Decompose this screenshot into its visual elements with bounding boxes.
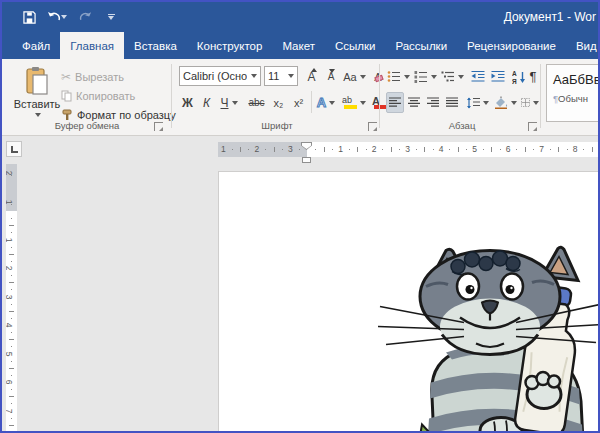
tab-макет[interactable]: Макет: [272, 32, 325, 59]
shading-icon: [494, 96, 508, 109]
cut-icon: ✂: [61, 70, 71, 84]
justify-button[interactable]: [443, 92, 461, 113]
line-spacing-button[interactable]: [464, 92, 490, 113]
vruler-number: 1: [6, 237, 14, 242]
vruler-tick: [11, 318, 12, 319]
customize-qat-icon[interactable]: [100, 7, 122, 27]
underline-button[interactable]: Ч: [217, 92, 241, 113]
text-effects-button[interactable]: A: [314, 92, 338, 113]
tab-вставка[interactable]: Вставка: [124, 32, 187, 59]
cat-image[interactable]: [406, 244, 600, 431]
hruler-tick: [592, 147, 593, 152]
hruler-number: 8: [573, 144, 578, 154]
italic-button[interactable]: К: [198, 92, 215, 113]
tab-ссылки[interactable]: Ссылки: [325, 32, 386, 59]
vruler-tick: [11, 375, 12, 376]
tab-selector-button[interactable]: [6, 141, 22, 157]
hruler-tick: [399, 149, 400, 150]
align-right-button[interactable]: [424, 92, 442, 113]
vruler-tick: [9, 311, 14, 312]
change-case-button[interactable]: Aa: [342, 66, 367, 87]
hruler-tick: [567, 149, 568, 150]
tab-конструктор[interactable]: Конструктор: [187, 32, 273, 59]
undo-dropdown-icon[interactable]: [61, 15, 67, 19]
clipboard-dialog-launcher-icon[interactable]: [154, 122, 163, 131]
ribbon: Вставить ✂ Вырезать Копировать Формат по…: [2, 59, 598, 136]
shading-button[interactable]: [492, 92, 518, 113]
hruler-tick: [416, 149, 417, 150]
paragraph-group-label: Абзац: [417, 120, 507, 131]
hruler-tick: [274, 147, 275, 152]
hruler-tick: [458, 147, 459, 152]
hruler-number: 6: [506, 144, 511, 154]
paste-label: Вставить: [14, 98, 61, 110]
style-normal-card[interactable]: АаБбВв ¶Обычн: [546, 64, 600, 122]
quick-access-toolbar: [2, 7, 122, 27]
vruler-tick: [9, 225, 14, 226]
highlight-color-button[interactable]: ab: [340, 92, 368, 113]
hruler-number: 5: [472, 144, 477, 154]
bullets-button[interactable]: [386, 66, 411, 87]
vruler-tick: [11, 247, 12, 248]
align-left-button[interactable]: [386, 92, 404, 113]
document-page[interactable]: [218, 171, 600, 431]
numbering-button[interactable]: [413, 66, 438, 87]
vertical-ruler[interactable]: 121234567: [6, 164, 17, 431]
borders-button[interactable]: [520, 92, 540, 113]
hruler-tick: [491, 147, 492, 152]
paragraph-dialog-launcher-icon[interactable]: [528, 122, 537, 131]
paste-dropdown-icon[interactable]: [35, 113, 41, 117]
vruler-tick: [9, 254, 14, 255]
hruler-tick: [533, 149, 534, 150]
undo-button[interactable]: [44, 7, 70, 27]
tab-рецензирование[interactable]: Рецензирование: [457, 32, 566, 59]
save-icon[interactable]: [18, 7, 40, 27]
left-indent-marker[interactable]: [302, 157, 311, 163]
font-dialog-launcher-icon[interactable]: [368, 122, 377, 131]
align-center-button[interactable]: [405, 92, 423, 113]
cut-button: ✂ Вырезать: [58, 67, 127, 86]
clear-formatting-button[interactable]: А: [368, 66, 388, 87]
clipboard-group-label: Буфер обмена: [32, 120, 142, 131]
tab-главная[interactable]: Главная: [60, 32, 124, 59]
show-marks-button[interactable]: ¶: [526, 66, 540, 87]
font-size-combobox[interactable]: 11: [264, 66, 298, 86]
hruler-tick: [282, 149, 283, 150]
horizontal-ruler[interactable]: 32112345678: [218, 142, 600, 157]
font-family-combobox[interactable]: Calibri (Осно: [179, 66, 261, 86]
hruler-number: 1: [221, 144, 226, 154]
vruler-tick: [9, 339, 14, 340]
vruler-tick: [11, 175, 12, 176]
hruler-tick: [232, 149, 233, 150]
tab-вид[interactable]: Вид: [566, 32, 598, 59]
subscript-button[interactable]: x₂: [269, 92, 288, 113]
superscript-button[interactable]: x²: [289, 92, 308, 113]
copy-button: Копировать: [58, 86, 138, 105]
vruler-number: 2: [6, 266, 14, 271]
decrease-indent-button[interactable]: [468, 66, 487, 87]
format-painter-icon: [61, 109, 73, 121]
vruler-tick: [11, 275, 12, 276]
grow-font-button[interactable]: А: [302, 66, 321, 87]
shrink-font-button[interactable]: А: [322, 66, 340, 87]
vruler-number: 4: [6, 323, 14, 328]
tab-рассылки[interactable]: Рассылки: [385, 32, 457, 59]
bold-button[interactable]: Ж: [179, 92, 196, 113]
vruler-tick: [9, 425, 14, 426]
line-spacing-icon: [466, 97, 480, 109]
hruler-number: 4: [439, 144, 444, 154]
vruler-number: 6: [6, 380, 14, 385]
vruler-tick: [11, 332, 12, 333]
strikethrough-button[interactable]: abc: [245, 92, 268, 113]
align-left-icon: [389, 97, 401, 108]
hruler-tick: [332, 149, 333, 150]
hruler-tick: [349, 149, 350, 150]
hruler-tick: [240, 147, 241, 152]
hruler-number: 2: [372, 144, 377, 154]
vruler-tick: [9, 368, 14, 369]
vruler-tick: [11, 304, 12, 305]
multilevel-list-button[interactable]: [440, 66, 465, 87]
tab-файл[interactable]: Файл: [12, 32, 60, 59]
increase-indent-button[interactable]: [488, 66, 507, 87]
redo-icon: [74, 7, 96, 27]
